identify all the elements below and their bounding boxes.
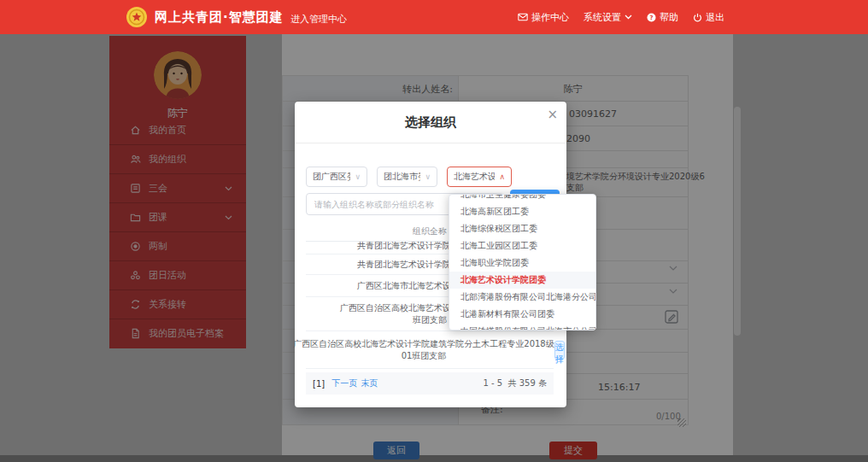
chevron-down-icon: ∨ [355, 173, 361, 181]
question-icon: ? [647, 13, 656, 22]
choose-button[interactable]: 选择 [554, 341, 565, 360]
dropdown-item[interactable]: 北海综保税区团工委 [449, 220, 595, 237]
pagination: [1] 下一页 末页 1 - 5 共 359 条 [306, 372, 554, 395]
power-icon [693, 13, 702, 22]
organization-select[interactable]: 北海艺术设计学院团委 ∧ [447, 167, 512, 187]
svg-text:?: ? [649, 15, 653, 21]
header-menu: 操作中心 系统设置 ? 帮助 [518, 0, 724, 34]
dropdown-item[interactable]: 北海高新区团工委 [449, 203, 595, 220]
mail-icon [518, 13, 528, 21]
org-level-selects: 团广西区委 ∨ 团北海市委 ∨ 北海艺术设计学院团委 ∧ [306, 167, 512, 187]
org-row[interactable]: 广西区自治区高校北海艺术设计学院建筑学院分土木工程专业2018级 01班团支部 … [306, 331, 554, 369]
modal-title: 选择组织 [295, 114, 566, 131]
dropdown-item[interactable]: 北海职业学院团委 [449, 254, 595, 272]
dropdown-item[interactable]: 中国铁塔股份有限公司北海市分公司团委 [449, 323, 595, 330]
league-emblem-logo [126, 6, 148, 28]
chevron-down-icon [625, 15, 632, 20]
city-select[interactable]: 团北海市委 ∨ [377, 167, 437, 187]
organization-dropdown-panel: 北海市卫生健康委团委 北海高新区团工委 北海综保税区团工委 北海工业园区团工委 … [449, 194, 596, 330]
logout-menu-item[interactable]: 退出 [693, 11, 724, 24]
modal-divider [295, 143, 566, 143]
help-menu-item[interactable]: ? 帮助 [647, 11, 678, 24]
chevron-up-icon: ∧ [499, 173, 505, 181]
total-count: 共 359 条 [508, 378, 547, 388]
dropdown-item[interactable]: 北部湾港股份有限公司北海港分公司团委 [449, 289, 595, 306]
system-settings-menu-item[interactable]: 系统设置 [584, 11, 632, 24]
dropdown-item-selected[interactable]: 北海艺术设计学院团委 [449, 272, 595, 289]
admin-center-link[interactable]: 进入管理中心 [290, 13, 347, 26]
last-page-link[interactable]: 末页 [361, 377, 378, 389]
dropdown-list: 北海市卫生健康委团委 北海高新区团工委 北海综保税区团工委 北海工业园区团工委 … [449, 194, 595, 330]
next-page-link[interactable]: 下一页 [331, 377, 357, 389]
current-page: [1] [313, 379, 325, 389]
page-range: 1 - 5 [483, 378, 502, 388]
ops-center-menu-item[interactable]: 操作中心 [518, 11, 569, 24]
app-title: 网上共青团·智慧团建 [155, 9, 284, 26]
app-header: 网上共青团·智慧团建 进入管理中心 操作中心 系统设置 ? [0, 0, 868, 34]
dropdown-item[interactable]: 北海市卫生健康委团委 [449, 194, 595, 203]
province-select[interactable]: 团广西区委 ∨ [306, 167, 367, 187]
dropdown-item[interactable]: 北海工业园区团工委 [449, 237, 595, 254]
dropdown-item[interactable]: 北港新材料有限公司团委 [449, 306, 595, 323]
chevron-down-icon: ∨ [425, 173, 431, 181]
